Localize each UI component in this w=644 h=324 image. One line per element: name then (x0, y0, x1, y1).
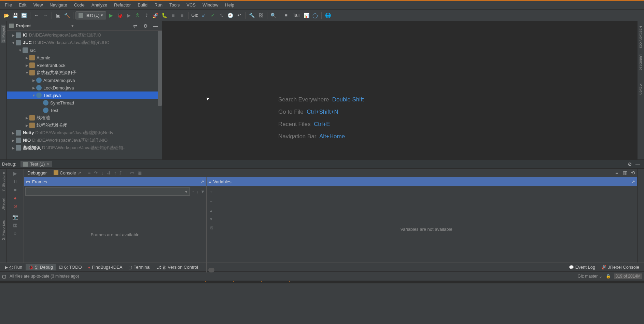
tree-arrow-icon[interactable]: ▶ (11, 33, 16, 37)
pin-icon[interactable]: » (12, 230, 18, 237)
tree-row[interactable]: ▶LockDemo.java (7, 84, 162, 91)
tree-row[interactable]: ▼JUCD:\IDEAWorkspace\Java基础知识\JUC (7, 39, 162, 46)
layout-icon[interactable]: ▦ (12, 222, 18, 228)
tree-row[interactable]: ▶Atomic (7, 54, 162, 61)
pause-icon[interactable]: ⏸ (12, 179, 18, 185)
attach-icon[interactable]: ⤴ (142, 11, 151, 19)
tree-arrow-icon[interactable]: ▼ (11, 41, 16, 45)
sync-icon[interactable]: 🔄 (20, 11, 28, 19)
force-step-into-icon[interactable]: ⇊ (107, 170, 111, 175)
step-over-icon[interactable]: ↷ (94, 170, 98, 175)
git-update-icon[interactable]: ↙ (200, 11, 208, 19)
tree-arrow-icon[interactable]: ▶ (25, 64, 29, 67)
tree-row[interactable]: ▼多线程共享资源例子 (7, 69, 162, 76)
tree-arrow-icon[interactable]: ▼ (31, 94, 36, 97)
tree-row[interactable]: ▶线程的优雅关闭 (7, 122, 162, 129)
status-icon[interactable]: ▢ (2, 274, 6, 279)
jrebel-debug-icon[interactable]: 🐛 (160, 11, 168, 19)
reformat-icon[interactable]: ≡ (282, 11, 290, 19)
thread-selector[interactable]: ▾ (25, 187, 190, 196)
tree-row[interactable]: ▶AtomDemo.java (7, 76, 162, 84)
terminal-tab[interactable]: ▢Terminal (126, 264, 153, 270)
tree-arrow-icon[interactable]: ▶ (11, 131, 16, 135)
event-log-tab[interactable]: 💬Event Log (566, 264, 598, 270)
jrebel-run-icon[interactable]: 🚀 (151, 11, 159, 19)
menu-refactor[interactable]: Refactor (111, 2, 134, 8)
menu-build[interactable]: Build (134, 2, 151, 8)
copy-icon[interactable]: ⎘ (210, 225, 213, 230)
tree-row[interactable]: ▶NettyD:\IDEAWorkspace\Java基础知识\Netty (7, 129, 162, 137)
step-into-icon[interactable]: ↓ (101, 170, 103, 175)
stop-icon[interactable]: ■ (169, 11, 177, 19)
menu-window[interactable]: Window (199, 2, 222, 8)
remove-watch-icon[interactable]: － (209, 198, 213, 205)
gutter-restservices-button[interactable]: RestServices (639, 25, 643, 50)
tree-arrow-icon[interactable]: ▶ (31, 86, 36, 90)
scrollbar-thumb[interactable] (158, 31, 162, 106)
menu-run[interactable]: Run (151, 2, 166, 8)
mute-breakpoints-icon[interactable]: ⊘ (12, 203, 18, 210)
tail-indicator-icon[interactable]: 📊 (302, 11, 310, 19)
tree-row[interactable]: ▶ReentrantLock (7, 61, 162, 69)
gear-icon[interactable]: ⚙ (141, 22, 150, 30)
tree-row[interactable]: Test (7, 107, 162, 114)
close-icon[interactable]: × (47, 161, 50, 167)
tree-row[interactable]: SyncThread (7, 99, 162, 107)
open-icon[interactable]: 📂 (2, 11, 10, 19)
forward-icon[interactable]: → (41, 11, 50, 19)
tail-check-icon[interactable]: ◯ (311, 11, 319, 19)
tree-arrow-icon[interactable]: ▶ (11, 139, 16, 142)
link-icon[interactable] (208, 268, 214, 272)
menu-help[interactable]: Help (222, 2, 238, 8)
tree-row[interactable]: ▶基础知识D:\IDEAWorkspace\Java基础知识\基础知... (7, 144, 162, 152)
todo-tab[interactable]: ☑6: TODO (56, 264, 85, 270)
save-icon[interactable]: 💾 (11, 11, 19, 19)
tree-arrow-icon[interactable]: ▶ (25, 116, 29, 120)
tree-row[interactable]: ▼Test.java (7, 91, 162, 99)
debug-icon[interactable]: 🐞 (116, 11, 124, 19)
camera-icon[interactable]: 📷 (12, 214, 18, 220)
gutter-maven-button[interactable]: Maven (639, 82, 643, 96)
build-icon[interactable]: 🔨 (63, 11, 71, 19)
git-commit-icon[interactable]: ✓ (209, 11, 217, 19)
tree-row[interactable]: ▶线程池 (7, 114, 162, 122)
next-frame-icon[interactable]: ↓ (196, 189, 199, 194)
tree-arrow-icon[interactable]: ▶ (25, 124, 29, 127)
menu-analyze[interactable]: Analyze (88, 2, 111, 8)
run-config-selector[interactable]: Test (1) ▾ (75, 11, 106, 19)
menu-edit[interactable]: Edit (15, 2, 30, 8)
profile-icon[interactable]: ⏱ (134, 11, 142, 19)
expand-icon[interactable]: ↗ (631, 179, 635, 184)
restore-layout-icon[interactable]: ⟲ (629, 169, 637, 177)
down-icon[interactable]: ▾ (210, 216, 212, 222)
tree-row[interactable]: ▶NIOD:\IDEAWorkspace\Java基础知识\NIO (7, 137, 162, 144)
expand-icon[interactable]: ↗ (200, 179, 204, 184)
back-icon[interactable]: ← (32, 11, 41, 19)
git-revert-icon[interactable]: ↶ (235, 11, 243, 19)
hide-icon[interactable]: — (634, 160, 642, 168)
stop2-icon[interactable]: ■ (178, 11, 186, 19)
menu-code[interactable]: Code (71, 2, 88, 8)
debug-tab-button[interactable]: 🐞5: Debug (26, 264, 56, 270)
gutter-favorites-button[interactable]: 2: Favorites (1, 220, 5, 240)
run-to-cursor-icon[interactable]: ▭ (130, 170, 134, 175)
threads-icon[interactable]: ≡ (613, 169, 621, 177)
jrebel-console-tab[interactable]: 🚀JRebel Console (599, 264, 642, 270)
tree-arrow-icon[interactable]: ▶ (11, 146, 16, 150)
hide-icon[interactable]: — (152, 22, 160, 30)
git-branch[interactable]: Git: master ⌄ (578, 274, 602, 279)
tree-arrow-icon[interactable]: ▶ (31, 79, 36, 82)
run-tab[interactable]: ▶4: Run (2, 264, 25, 270)
memory-icon[interactable]: ▥ (621, 169, 629, 177)
gear-icon[interactable]: ⚙ (626, 160, 634, 168)
lock-icon[interactable]: 🔒 (606, 274, 611, 279)
filter-icon[interactable]: ▼ (200, 189, 205, 194)
project-toggle-icon[interactable]: ▣ (54, 11, 62, 19)
gutter-database-button[interactable]: Database (639, 53, 643, 72)
tree-arrow-icon[interactable]: ▼ (25, 71, 29, 75)
git-compare-icon[interactable]: ⥮ (218, 11, 226, 19)
show-exec-point-icon[interactable]: ≡ (88, 170, 91, 175)
version-control-tab[interactable]: ⎇9: Version Control (154, 264, 201, 270)
debugger-tab[interactable]: Debugger (24, 169, 50, 177)
tree-row[interactable]: ▶IOD:\IDEAWorkspace\Java基础知识\IO (7, 31, 162, 39)
